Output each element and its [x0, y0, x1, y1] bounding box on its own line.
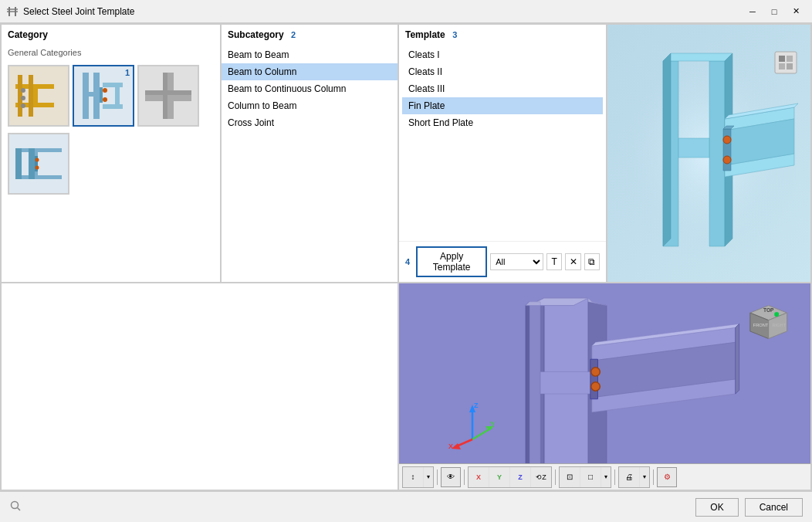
filter-select[interactable]: All Selected Visible [490, 253, 543, 270]
print-dropdown[interactable]: ▾ [640, 467, 649, 487]
subcategory-item-beam-to-column[interactable]: Beam to Column [222, 63, 398, 80]
footer: OK Cancel [0, 491, 812, 522]
subcategory-item-cross-joint[interactable]: Cross Joint [222, 114, 398, 131]
dropdown-button[interactable]: ▾ [424, 467, 433, 487]
template-item-short-end-plate[interactable]: Short End Plate [402, 114, 603, 131]
svg-rect-18 [115, 83, 120, 109]
3d-preview-top [607, 25, 810, 282]
svg-point-10 [21, 96, 25, 100]
preview-panel [607, 24, 811, 283]
category-thumb-3[interactable] [137, 65, 199, 127]
viewport-svg: TOP FRONT RIGHT [399, 283, 810, 490]
svg-text:Y: Y [490, 420, 495, 428]
cancel-button[interactable]: Cancel [745, 498, 803, 517]
svg-marker-70 [590, 359, 598, 398]
y-axis-button[interactable]: Y [489, 467, 509, 487]
subcategory-step-number: 2 [291, 30, 296, 39]
clear-button[interactable]: ✕ [565, 253, 580, 270]
viewport-3d-panel[interactable]: TOP FRONT RIGHT Z Y X [398, 283, 811, 490]
svg-rect-48 [775, 52, 797, 73]
search-icon [9, 500, 22, 512]
print-group: 🖨 ▾ [618, 466, 650, 488]
template-item-cleats-i[interactable]: Cleats I [402, 46, 603, 63]
apply-template-button[interactable]: Apply Template [416, 246, 487, 277]
svg-rect-29 [29, 148, 35, 179]
view-preset-button[interactable]: 👁 [441, 467, 461, 487]
template-footer: 4 Apply Template All Selected Visible T … [399, 241, 606, 282]
subcategory-item-beam-to-cont-col[interactable]: Beam to Continuous Column [222, 80, 398, 97]
template-list: Cleats I Cleats II Cleats III Fin Plate … [399, 43, 606, 241]
maximize-button[interactable]: □ [764, 2, 784, 22]
subcategory-header: Subcategory 2 [222, 25, 398, 43]
svg-text:Z: Z [474, 402, 479, 409]
svg-point-47 [723, 156, 731, 164]
svg-point-46 [723, 136, 731, 144]
z-axis-button[interactable]: Z [510, 467, 530, 487]
settings-button[interactable]: ⚙ [657, 467, 677, 487]
svg-rect-3 [15, 7, 16, 16]
svg-rect-26 [15, 175, 62, 179]
subcategory-item-column-to-beam[interactable]: Column to Beam [222, 97, 398, 114]
category-thumb-1[interactable] [8, 65, 69, 127]
svg-rect-23 [163, 73, 167, 119]
window-title: Select Steel Joint Template [23, 6, 135, 17]
z-rotate-button[interactable]: ⟲Z [531, 467, 551, 487]
svg-point-90 [12, 502, 19, 509]
copy-button[interactable]: ⧉ [584, 253, 600, 270]
wireframe-button[interactable]: ⊡ [560, 467, 580, 487]
rotate-button[interactable]: ↕ [403, 467, 423, 487]
svg-point-71 [591, 368, 600, 376]
svg-rect-28 [15, 148, 22, 179]
footer-buttons: OK Cancel [695, 498, 803, 517]
category-header: Category [2, 25, 220, 43]
svg-rect-50 [787, 56, 793, 62]
category-thumb-4[interactable] [8, 133, 69, 195]
rotation-group: ↕ ▾ [402, 466, 434, 488]
svg-rect-52 [787, 63, 793, 69]
subcategory-panel: Subcategory 2 Beam to Beam Beam to Colum… [221, 24, 398, 283]
close-button[interactable]: ✕ [786, 2, 806, 22]
x-axis-button[interactable]: X [469, 467, 489, 487]
display-group: ⊡ □ ▾ [559, 466, 611, 488]
svg-marker-38 [663, 53, 671, 246]
svg-point-19 [103, 88, 107, 93]
app-icon [6, 5, 19, 18]
minimize-button[interactable]: ─ [743, 2, 763, 22]
svg-rect-16 [103, 83, 123, 87]
svg-rect-6 [33, 84, 38, 107]
solid-button[interactable]: □ [580, 467, 601, 487]
svg-rect-15 [100, 87, 103, 103]
svg-marker-37 [663, 53, 732, 61]
svg-marker-44 [723, 129, 731, 171]
svg-text:X: X [448, 442, 453, 450]
svg-point-11 [21, 103, 25, 108]
print-button[interactable]: 🖨 [619, 467, 639, 487]
viewport-toolbar: ↕ ▾ 👁 X Y Z ⟲Z ⊡ □ ▾ 🖨 ▾ [399, 463, 810, 490]
svg-point-9 [21, 88, 25, 93]
svg-rect-7 [18, 75, 22, 117]
category-thumbnails: 1 [5, 62, 217, 198]
category-thumb-2[interactable]: 1 [73, 65, 134, 127]
svg-point-31 [36, 158, 39, 162]
svg-rect-51 [779, 63, 785, 69]
template-item-fin-plate[interactable]: Fin Plate [402, 97, 603, 114]
svg-rect-2 [8, 7, 10, 16]
category-panel: Category General Categories [1, 24, 221, 283]
template-item-cleats-ii[interactable]: Cleats II [402, 63, 603, 80]
category-label: General Categories [5, 46, 217, 62]
step-number-1: 1 [125, 68, 130, 77]
svg-rect-14 [83, 92, 100, 97]
subcategory-item-beam-to-beam[interactable]: Beam to Beam [222, 46, 398, 63]
svg-rect-49 [779, 56, 785, 62]
svg-marker-36 [678, 138, 709, 158]
ok-button[interactable]: OK [695, 498, 738, 517]
svg-marker-58 [526, 302, 529, 468]
svg-rect-24 [145, 90, 191, 95]
svg-rect-8 [29, 75, 33, 117]
bottom-left-panel [1, 283, 398, 490]
text-format-button[interactable]: T [546, 253, 562, 270]
display-dropdown[interactable]: ▾ [601, 467, 611, 487]
preview-svg [617, 46, 802, 262]
template-item-cleats-iii[interactable]: Cleats III [402, 80, 603, 97]
svg-rect-25 [15, 148, 62, 152]
